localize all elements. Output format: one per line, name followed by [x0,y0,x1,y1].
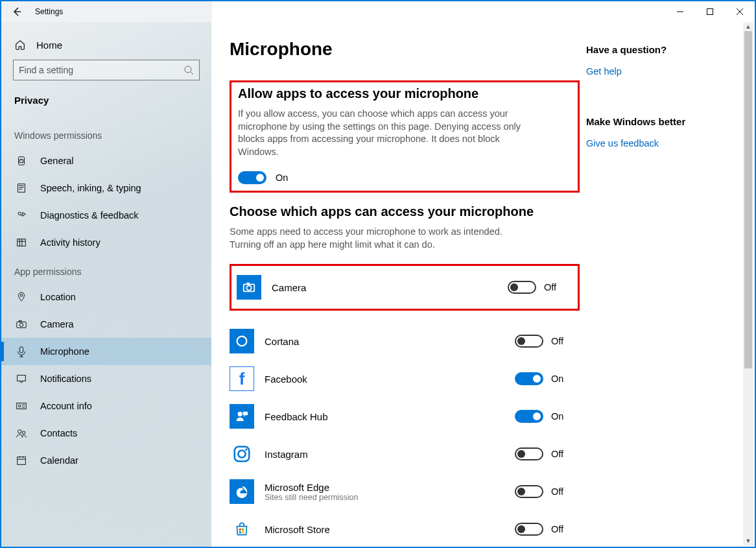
app-row-camera: CameraOff [237,268,573,306]
svg-rect-0 [707,9,713,15]
svg-rect-30 [242,532,244,534]
sidebar-item-calendar[interactable]: Calendar [1,447,211,474]
sidebar-item-label: Location [40,292,76,302]
sidebar-item-label: Contacts [40,428,77,438]
svg-point-25 [238,451,245,458]
diagnostics-icon [16,209,27,221]
app-name-label: Instagram [265,449,440,460]
scroll-thumb[interactable] [744,31,752,368]
svg-rect-6 [18,239,26,246]
store-icon [230,517,254,542]
calendar-icon [16,455,27,466]
sidebar: Home Privacy Windows permissions General… [1,22,211,547]
svg-point-1 [185,66,191,73]
svg-point-9 [19,323,23,326]
app-toggle[interactable] [515,523,543,536]
sidebar-item-contacts[interactable]: Contacts [1,420,211,447]
app-toggle-label: Off [551,486,563,497]
contacts-icon [16,427,27,439]
sidebar-item-account[interactable]: Account info [1,392,211,420]
master-toggle[interactable] [238,171,266,184]
home-icon [14,39,26,51]
content-area: Microphone Allow apps to access your mic… [211,22,755,547]
sidebar-item-location[interactable]: Location [1,283,211,311]
master-toggle-label: On [276,173,288,183]
sidebar-item-camera[interactable]: Camera [1,311,211,338]
highlight-camera-row: CameraOff [230,264,580,311]
account-icon [16,400,27,412]
svg-rect-17 [18,457,26,465]
general-icon [16,155,27,167]
get-help-link[interactable]: Get help [586,66,622,77]
give-feedback-link[interactable]: Give us feedback [586,138,659,149]
svg-point-5 [18,212,21,215]
svg-rect-27 [239,529,241,530]
scroll-up-icon[interactable]: ▲ [743,22,753,31]
app-row-cortana: CortanaOff [230,322,580,360]
svg-rect-11 [19,347,23,353]
app-toggle[interactable] [515,335,543,348]
sidebar-item-label: General [40,156,74,166]
sidebar-item-label: Notifications [40,374,91,384]
facebook-icon: f [230,366,254,391]
app-row-feedback-hub: Feedback HubOn [230,398,580,435]
allow-description: If you allow access, you can choose whic… [238,108,523,158]
choose-heading: Choose which apps can access your microp… [230,204,580,219]
edge-icon [230,479,254,504]
arrow-left-icon [12,6,22,17]
svg-rect-3 [19,160,23,163]
sidebar-item-label: Calendar [40,455,78,466]
choose-description: Some apps need to access your microphone… [230,226,515,251]
scroll-down-icon[interactable]: ▼ [743,536,753,545]
notifications-icon [16,373,27,385]
scrollbar[interactable]: ▲ ▼ [743,22,753,545]
camera-icon [237,275,261,300]
search-box[interactable] [13,60,200,80]
maximize-button[interactable] [695,1,725,22]
sidebar-item-diagnostics[interactable]: Diagnostics & feedback [1,202,211,229]
sidebar-item-general[interactable]: General [1,147,211,174]
sidebar-item-speech[interactable]: Speech, inking, & typing [1,174,211,202]
cortana-icon [230,329,254,353]
camera-icon [16,318,27,330]
app-row-instagram: InstagramOff [230,435,580,473]
app-toggle[interactable] [515,372,543,385]
app-toggle[interactable] [508,281,536,294]
search-input[interactable] [19,65,183,75]
app-toggle-label: Off [551,524,563,534]
window-controls [665,1,755,22]
allow-heading: Allow apps to access your microphone [238,86,571,101]
sidebar-item-activity[interactable]: Activity history [1,229,211,256]
close-button[interactable] [725,1,755,22]
app-toggle[interactable] [515,410,543,423]
window-title: Settings [32,7,63,16]
back-button[interactable] [1,1,32,22]
group-app-permissions: App permissions [1,256,211,283]
group-windows-permissions: Windows permissions [1,120,211,147]
sidebar-item-notifications[interactable]: Notifications [1,365,211,392]
sidebar-item-label: Activity history [40,237,100,248]
sidebar-item-label: Diagnostics & feedback [40,210,139,220]
svg-rect-28 [242,529,244,530]
app-name-label: Facebook [265,374,440,385]
app-name-label: Microsoft Edge [265,482,440,493]
svg-rect-12 [18,375,26,381]
instagram-icon [230,442,254,466]
app-toggle[interactable] [515,447,543,460]
minimize-button[interactable] [665,1,695,22]
sidebar-item-label: Camera [40,319,74,329]
svg-point-21 [237,337,247,346]
sidebar-item-microphone[interactable]: Microphone [1,338,211,365]
app-toggle[interactable] [515,485,543,498]
microphone-icon [16,346,27,357]
app-row-facebook: fFacebookOn [230,360,580,398]
app-sub-label: Sites still need permission [265,493,440,502]
feedback-heading: Make Windows better [586,116,735,127]
home-nav[interactable]: Home [1,30,211,60]
sidebar-item-label: Speech, inking, & typing [40,183,141,193]
app-row-microsoft-edge: Microsoft EdgeSites still need permissio… [230,473,580,510]
svg-rect-23 [243,412,248,416]
svg-rect-29 [239,532,241,534]
search-icon [183,65,194,75]
app-toggle-label: On [551,374,563,384]
